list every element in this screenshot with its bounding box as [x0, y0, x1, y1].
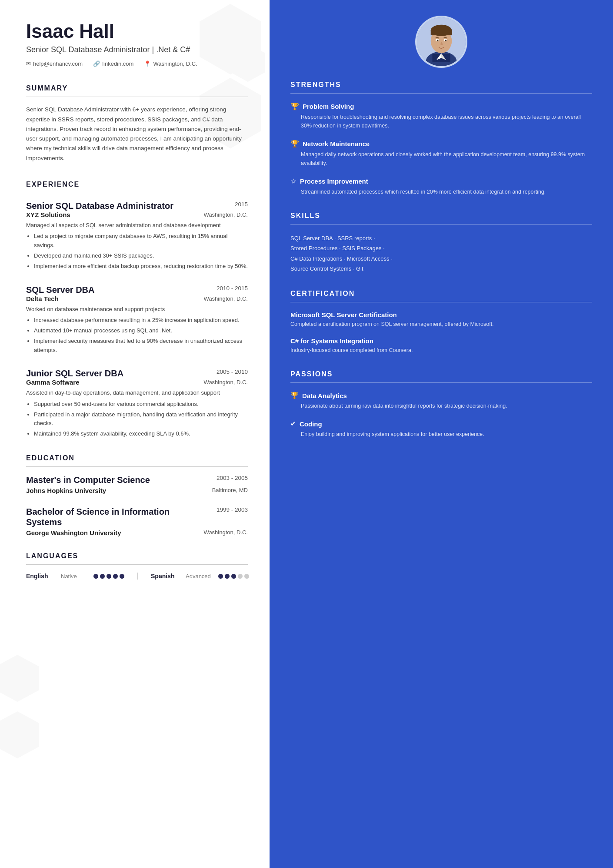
cert2-title: C# for Systems Integration [290, 337, 592, 345]
svg-point-15 [437, 40, 439, 41]
svg-rect-12 [431, 30, 452, 35]
job3-desc: Assisted in day-to-day operations, data … [26, 389, 248, 397]
contact-email: ✉ help@enhancv.com [26, 60, 83, 67]
left-column: Isaac Hall Senior SQL Database Administr… [0, 0, 270, 868]
contact-location: 📍 Washington, D.C. [144, 60, 197, 67]
dot [225, 574, 230, 579]
email-icon: ✉ [26, 60, 31, 67]
strength2-title: Network Maintenance [303, 140, 370, 147]
edu1-year: 2003 - 2005 [217, 475, 248, 485]
cert-1: Microsoft SQL Server Certification Compl… [290, 311, 592, 328]
lang1-level: Native [61, 573, 89, 580]
edu1-degree: Master's in Computer Science [26, 475, 150, 485]
list-item: Increased database performance resulting… [34, 316, 248, 325]
strength2-desc: Managed daily network operations and clo… [290, 150, 592, 168]
dot [231, 574, 236, 579]
problem-solving-icon: 🏆 [290, 102, 299, 111]
languages-row: English Native Spanish Advanced [26, 573, 248, 580]
job2-bullets: Increased database performance resulting… [26, 316, 248, 355]
education-divider [26, 466, 248, 467]
dot [244, 574, 249, 579]
job2-title: SQL Server DBA [26, 285, 94, 295]
passion2-desc: Enjoy building and improving system appl… [290, 430, 592, 439]
email-text: help@enhancv.com [33, 60, 83, 67]
passions-divider [290, 382, 592, 383]
job3-company: Gamma Software [26, 379, 80, 386]
list-item: Led a project to migrate company databas… [34, 232, 248, 250]
lang2-level: Advanced [186, 573, 214, 580]
strength-2: 🏆 Network Maintenance Managed daily netw… [290, 140, 592, 168]
cert1-title: Microsoft SQL Server Certification [290, 311, 592, 318]
lang2-name: Spanish [151, 573, 181, 580]
skills-title: SKILLS [290, 212, 592, 220]
strengths-divider [290, 93, 592, 94]
lang-english: English Native [26, 573, 138, 580]
network-icon: 🏆 [290, 140, 299, 148]
strengths-section: STRENGTHS 🏆 Problem Solving Responsible … [290, 81, 592, 196]
list-item: Developed and maintained 30+ SSIS packag… [34, 251, 248, 261]
lang2-dots [218, 574, 249, 579]
strength1-title: Problem Solving [303, 103, 354, 110]
strength-3: ☆ Process Improvement Streamlined automa… [290, 177, 592, 196]
list-item: Implemented security measures that led t… [34, 337, 248, 355]
coding-icon: ✔ [290, 420, 296, 428]
job3-location: Washington, D.C. [204, 379, 248, 385]
job1-location: Washington, D.C. [204, 211, 248, 218]
hex-decoration-bottom [0, 650, 43, 781]
edu2-university: George Washington University [26, 529, 121, 536]
skills-text: SQL Server DBA · SSRS reports · Stored P… [290, 233, 592, 274]
process-icon: ☆ [290, 177, 297, 185]
strength1-desc: Responsible for troubleshooting and reso… [290, 113, 592, 130]
edu-1: Master's in Computer Science 2003 - 2005… [26, 475, 248, 494]
location-icon: 📍 [144, 60, 151, 67]
experience-divider [26, 193, 248, 193]
job2-location: Washington, D.C. [204, 295, 248, 302]
certification-title: CERTIFICATION [290, 290, 592, 298]
passion-1: 🏆 Data Analytics Passionate about turnin… [290, 392, 592, 410]
svg-marker-4 [0, 711, 39, 758]
passion-2: ✔ Coding Enjoy building and improving sy… [290, 420, 592, 439]
contact-linkedin: 🔗 linkedin.com [93, 60, 133, 67]
summary-text: Senior SQL Database Administrator with 6… [26, 105, 248, 163]
list-item: Maintained 99.8% system availability, ex… [34, 429, 248, 439]
edu2-degree: Bachelor of Science in Information Syste… [26, 506, 174, 527]
education-section: EDUCATION Master's in Computer Science 2… [26, 454, 248, 536]
dot [93, 574, 98, 579]
job2-company: Delta Tech [26, 295, 59, 302]
summary-divider [26, 97, 248, 97]
cert-2: C# for Systems Integration Industry-focu… [290, 337, 592, 355]
lang-spanish: Spanish Advanced [151, 573, 262, 580]
education-title: EDUCATION [26, 454, 248, 462]
skills-line-4: Source Control Systems · Git [290, 264, 592, 274]
languages-divider [26, 564, 248, 565]
dot [120, 574, 124, 579]
edu1-location: Baltimore, MD [212, 487, 248, 494]
exp-job-2: SQL Server DBA 2010 - 2015 Delta Tech Wa… [26, 285, 248, 355]
passion1-desc: Passionate about turning raw data into i… [290, 402, 592, 410]
lang1-name: English [26, 573, 57, 580]
passions-title: PASSIONS [290, 370, 592, 378]
job1-year: 2015 [235, 201, 248, 208]
exp-job-1: Senior SQL Database Administrator 2015 X… [26, 201, 248, 271]
skills-divider [290, 224, 592, 225]
avatar-area [290, 0, 592, 68]
passion2-title: Coding [300, 420, 322, 428]
list-item: Implemented a more efficient data backup… [34, 262, 248, 271]
person-title: Senior SQL Database Administrator | .Net… [26, 45, 248, 54]
lang1-dots [93, 574, 124, 579]
link-icon: 🔗 [93, 60, 100, 67]
strength3-desc: Streamlined automated processes which re… [290, 188, 592, 196]
languages-section: LANGUAGES English Native Spanish [26, 552, 248, 580]
skills-line-1: SQL Server DBA · SSRS reports · [290, 233, 592, 243]
person-name: Isaac Hall [26, 21, 248, 42]
strength3-title: Process Improvement [300, 178, 368, 185]
location-text: Washington, D.C. [153, 60, 197, 67]
edu2-location: Washington, D.C. [204, 529, 248, 536]
skills-section: SKILLS SQL Server DBA · SSRS reports · S… [290, 212, 592, 274]
strengths-title: STRENGTHS [290, 81, 592, 89]
experience-section: EXPERIENCE Senior SQL Database Administr… [26, 181, 248, 439]
passion1-title: Data Analytics [302, 392, 347, 399]
job2-year: 2010 - 2015 [217, 285, 248, 292]
certification-divider [290, 302, 592, 302]
job3-year: 2005 - 2010 [217, 369, 248, 375]
